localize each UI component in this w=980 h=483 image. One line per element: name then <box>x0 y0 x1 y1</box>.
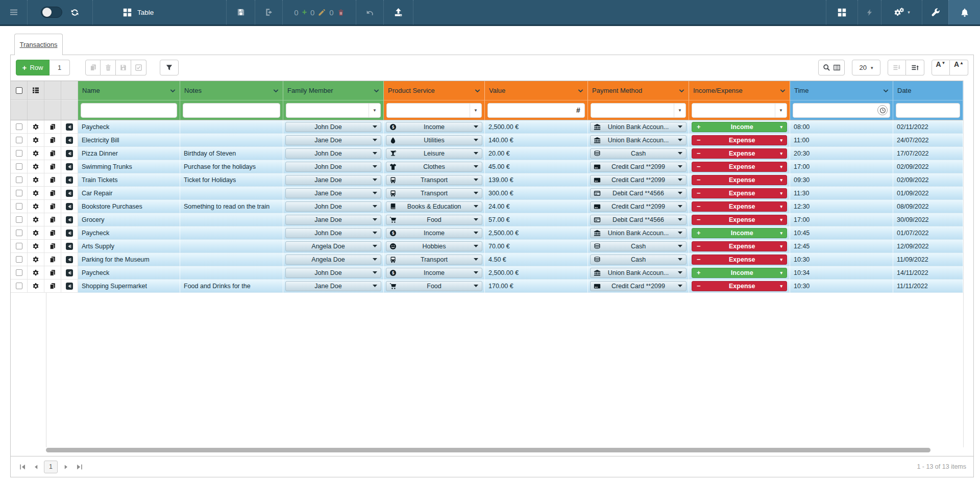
income-expense-badge[interactable]: +Income▾ <box>692 228 787 238</box>
cell-name[interactable]: Grocery <box>78 213 180 226</box>
cell-date[interactable]: 01/07/2022 <box>893 226 963 240</box>
product-service-dropdown[interactable]: $Income <box>386 122 482 132</box>
family-member-dropdown[interactable]: Jane Doe <box>285 281 381 291</box>
row-settings-button[interactable] <box>32 163 39 170</box>
cell-time[interactable]: 11:00 <box>790 134 893 147</box>
filter-dropdown-button[interactable]: ▼ <box>775 104 787 117</box>
row-copy-button[interactable] <box>49 190 56 197</box>
cell-name[interactable]: Paycheck <box>78 120 180 134</box>
horizontal-scrollbar-thumb[interactable] <box>46 448 930 452</box>
save-rows-button[interactable] <box>116 60 131 75</box>
product-service-dropdown[interactable]: Books & Education <box>386 201 482 212</box>
row-copy-button[interactable] <box>49 123 56 131</box>
income-expense-badge[interactable]: −Expense▾ <box>692 281 787 291</box>
row-copy-button[interactable] <box>49 163 56 170</box>
row-settings-button[interactable] <box>32 216 39 223</box>
cell-notes[interactable] <box>180 240 283 253</box>
sign-out-icon[interactable] <box>264 8 274 17</box>
clock-icon-button[interactable] <box>877 105 888 115</box>
row-share-button[interactable] <box>66 216 73 223</box>
row-select-checkbox[interactable] <box>16 176 22 183</box>
row-settings-button[interactable] <box>32 203 39 210</box>
search-columns-button[interactable] <box>818 60 845 75</box>
row-share-button[interactable] <box>66 123 73 131</box>
column-header-payment-method[interactable]: Payment Method <box>588 81 689 100</box>
cell-value[interactable]: 2,500.00 € <box>485 226 588 240</box>
family-member-dropdown[interactable]: John Doe <box>285 148 381 159</box>
pager-last-button[interactable] <box>72 461 86 473</box>
filter-input-notes[interactable] <box>183 104 280 117</box>
product-service-dropdown[interactable]: Clothes <box>386 162 482 172</box>
filter-dropdown-button[interactable]: ▼ <box>369 104 380 117</box>
cell-date[interactable]: 30/09/2022 <box>893 213 963 226</box>
payment-method-dropdown[interactable]: Debit Card **4566 <box>590 215 687 225</box>
cell-notes[interactable] <box>180 253 283 266</box>
cell-name[interactable]: Pizza Dinner <box>78 147 180 160</box>
payment-method-dropdown[interactable]: Union Bank Accoun... <box>590 122 687 132</box>
cell-notes[interactable] <box>180 226 283 240</box>
cell-notes[interactable] <box>180 266 283 279</box>
income-expense-badge[interactable]: −Expense▾ <box>692 148 787 159</box>
family-member-dropdown[interactable]: Jane Doe <box>285 215 381 225</box>
income-expense-badge[interactable]: +Income▾ <box>692 122 787 132</box>
hamburger-menu-icon[interactable] <box>9 8 18 16</box>
filter-dropdown-button[interactable]: ▼ <box>674 104 685 117</box>
pager-first-button[interactable] <box>16 461 29 473</box>
cell-notes[interactable] <box>180 187 283 200</box>
row-select-checkbox[interactable] <box>16 256 22 263</box>
family-member-dropdown[interactable]: John Doe <box>285 228 381 238</box>
family-member-dropdown[interactable]: Angela Doe <box>285 255 381 265</box>
column-header-name[interactable]: Name <box>78 81 180 100</box>
row-select-checkbox[interactable] <box>16 243 22 249</box>
row-select-checkbox[interactable] <box>16 216 22 223</box>
cell-date[interactable]: 11/11/2022 <box>893 279 963 293</box>
product-service-dropdown[interactable]: $Income <box>386 268 482 278</box>
family-member-dropdown[interactable]: Jane Doe <box>285 188 381 198</box>
column-header-family-member[interactable]: Family Member <box>283 81 384 100</box>
family-member-dropdown[interactable]: John Doe <box>285 268 381 278</box>
row-share-button[interactable] <box>66 230 73 237</box>
income-expense-badge[interactable]: −Expense▾ <box>692 135 787 145</box>
row-select-checkbox[interactable] <box>16 190 22 196</box>
family-member-dropdown[interactable]: Jane Doe <box>285 175 381 185</box>
product-service-dropdown[interactable]: $Income <box>386 228 482 238</box>
cell-date[interactable]: 02/09/2022 <box>893 160 963 173</box>
cell-value[interactable]: 139.00 € <box>485 173 588 187</box>
family-member-dropdown[interactable]: John Doe <box>285 162 381 172</box>
filter-input-income-expense[interactable] <box>692 104 775 117</box>
cell-time[interactable]: 08:00 <box>790 120 893 134</box>
product-service-dropdown[interactable]: Transport <box>386 255 482 265</box>
row-select-checkbox[interactable] <box>16 123 22 130</box>
cell-date[interactable]: 02/11/2022 <box>893 120 963 134</box>
product-service-dropdown[interactable]: Food <box>386 281 482 291</box>
select-rows-button[interactable] <box>131 60 146 75</box>
row-copy-button[interactable] <box>49 256 56 263</box>
filter-input-family-member[interactable] <box>286 104 369 117</box>
row-select-checkbox[interactable] <box>16 269 22 276</box>
cell-name[interactable]: Electricity Bill <box>78 134 180 147</box>
column-header-date[interactable]: Date <box>893 81 963 100</box>
font-increase-button[interactable]: A▲ <box>950 60 968 75</box>
cell-time[interactable]: 17:00 <box>790 160 893 173</box>
cell-notes[interactable]: Food and Drinks for the <box>180 279 283 293</box>
income-expense-badge[interactable]: +Income▾ <box>692 268 787 278</box>
cell-time[interactable]: 17:00 <box>790 213 893 226</box>
payment-method-dropdown[interactable]: Cash <box>590 241 687 251</box>
cell-notes[interactable]: Birthday of Steven <box>180 147 283 160</box>
cell-time[interactable]: 09:30 <box>790 173 893 187</box>
cell-value[interactable]: 2,500.00 € <box>485 266 588 279</box>
payment-method-dropdown[interactable]: Credit Card **2099 <box>590 281 687 291</box>
product-service-dropdown[interactable]: Utilities <box>386 135 482 145</box>
row-share-button[interactable] <box>66 150 73 157</box>
column-header-value[interactable]: Value <box>485 81 588 100</box>
sort-ascending-button[interactable] <box>906 60 924 75</box>
row-select-checkbox[interactable] <box>16 203 22 210</box>
edit-mode-toggle[interactable] <box>41 7 62 18</box>
lightning-icon[interactable] <box>866 8 873 17</box>
wrench-icon[interactable] <box>931 8 940 17</box>
select-all-checkbox[interactable] <box>16 87 22 94</box>
cell-value[interactable]: 170.00 € <box>485 279 588 293</box>
sort-descending-button[interactable] <box>888 60 906 75</box>
family-member-dropdown[interactable]: John Doe <box>285 122 381 132</box>
pager-next-button[interactable] <box>59 461 72 473</box>
